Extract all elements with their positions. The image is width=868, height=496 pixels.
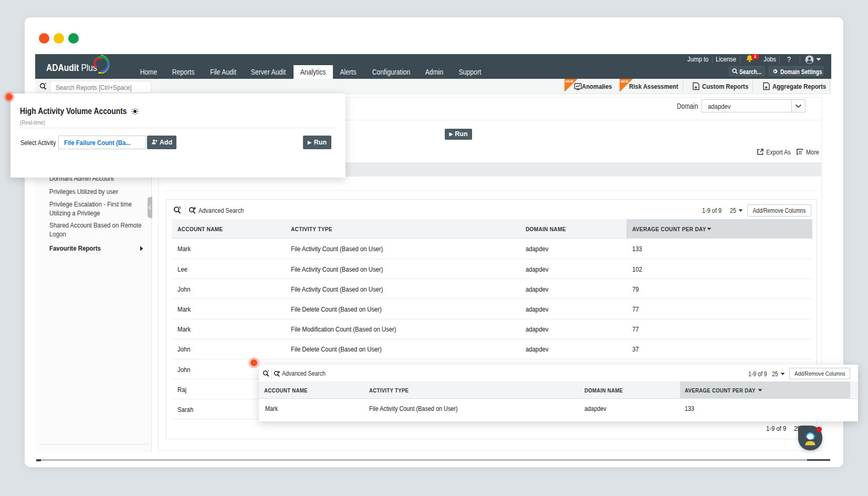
svg-text:★: ★ xyxy=(694,85,697,90)
svg-text:★: ★ xyxy=(764,85,768,90)
